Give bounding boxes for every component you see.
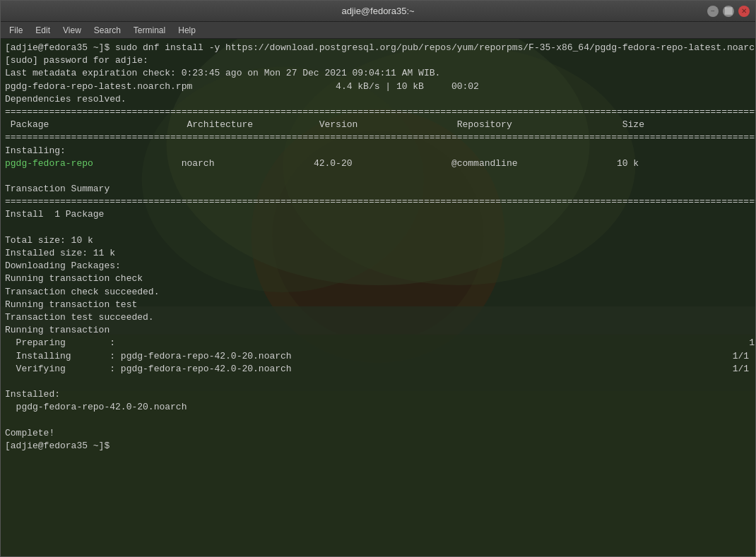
terminal-body[interactable]: [adjie@fedora35 ~]$ sudo dnf install -y … [1, 39, 755, 556]
line-1: [adjie@fedora35 ~]$ sudo dnf install -y … [5, 42, 755, 156]
window-title: adjie@fedora35:~ [49, 6, 707, 16]
menu-view[interactable]: View [57, 24, 87, 37]
menu-edit[interactable]: Edit [30, 24, 56, 37]
terminal-window: adjie@fedora35:~ − ⬜ ✕ File Edit View Se… [0, 0, 756, 557]
menubar: File Edit View Search Terminal Help [1, 22, 755, 39]
terminal-output: [adjie@fedora35 ~]$ sudo dnf install -y … [5, 42, 751, 453]
menu-terminal[interactable]: Terminal [128, 24, 171, 37]
menu-search[interactable]: Search [88, 24, 126, 37]
pkg-name-highlight: pgdg-fedora-repo [5, 158, 93, 169]
menu-help[interactable]: Help [172, 24, 201, 37]
titlebar: adjie@fedora35:~ − ⬜ ✕ [1, 1, 755, 22]
close-button[interactable]: ✕ [738, 6, 750, 17]
menu-file[interactable]: File [4, 24, 28, 37]
minimize-button[interactable]: − [707, 6, 719, 17]
maximize-button[interactable]: ⬜ [723, 6, 734, 17]
window-controls: − ⬜ ✕ [707, 6, 750, 17]
pkg-details: noarch 42.0-20 @commandline 10 k Transac… [5, 158, 755, 451]
